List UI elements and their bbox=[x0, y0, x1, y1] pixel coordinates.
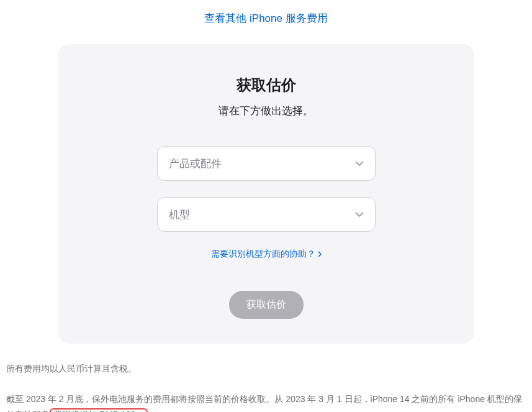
product-select-wrapper: 产品或配件 bbox=[157, 146, 376, 181]
product-select-label: 产品或配件 bbox=[169, 157, 222, 171]
help-link-text: 需要识别机型方面的协助？ bbox=[211, 249, 315, 260]
identify-model-help-link[interactable]: 需要识别机型方面的协助？ bbox=[211, 249, 322, 260]
help-link-row: 需要识别机型方面的协助？ bbox=[83, 248, 449, 291]
card-title: 获取估价 bbox=[83, 75, 449, 95]
top-link-container: 查看其他 iPhone 服务费用 bbox=[0, 0, 532, 44]
footer-text: 所有费用均以人民币计算且含税。 截至 2023 年 2 月底，保外电池服务的费用… bbox=[0, 359, 532, 412]
footer-line-2: 截至 2023 年 2 月底，保外电池服务的费用都将按照当前的价格收取。从 20… bbox=[6, 391, 526, 412]
product-select[interactable]: 产品或配件 bbox=[157, 146, 376, 181]
model-select[interactable]: 机型 bbox=[157, 197, 376, 232]
model-select-label: 机型 bbox=[169, 208, 190, 222]
chevron-down-icon bbox=[355, 212, 364, 217]
card-subtitle: 请在下方做出选择。 bbox=[83, 104, 449, 118]
model-select-wrapper: 机型 bbox=[157, 197, 376, 232]
chevron-right-icon bbox=[318, 249, 322, 259]
chevron-down-icon bbox=[355, 161, 364, 166]
get-estimate-button[interactable]: 获取估价 bbox=[229, 291, 304, 319]
price-increase-highlight: 费用将增加 RMB 169。 bbox=[50, 408, 148, 412]
other-services-link[interactable]: 查看其他 iPhone 服务费用 bbox=[204, 12, 327, 24]
footer-line-1: 所有费用均以人民币计算且含税。 bbox=[6, 361, 526, 377]
estimate-card: 获取估价 请在下方做出选择。 产品或配件 机型 需要识别机型方面的协助？ bbox=[58, 44, 474, 344]
